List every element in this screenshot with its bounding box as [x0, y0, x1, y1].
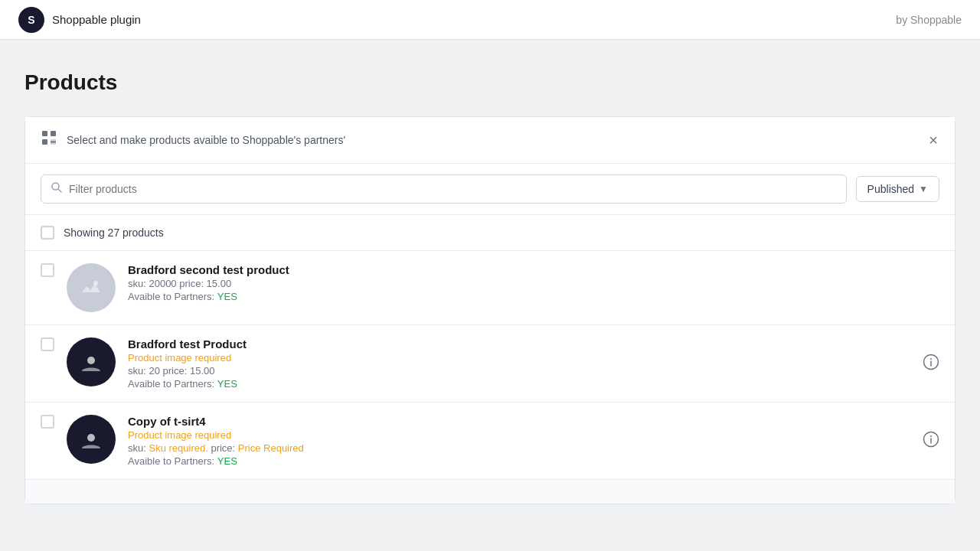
- partners-yes: YES: [217, 378, 237, 390]
- table-row: Copy of t-sirt4 Product image required s…: [25, 403, 955, 479]
- product-info: Copy of t-sirt4 Product image required s…: [128, 415, 939, 467]
- partners-availability: Avaible to Partners: YES: [128, 291, 939, 302]
- banner-text: Select and make products avaible to Shop…: [67, 134, 345, 146]
- svg-rect-1: [51, 131, 56, 136]
- product-sku-price: sku: 20 price: 15.00: [128, 365, 939, 377]
- svg-point-12: [87, 434, 95, 442]
- product-name: Bradford test Product: [128, 337, 939, 350]
- search-icon: [51, 181, 63, 197]
- partners-yes: YES: [217, 455, 237, 467]
- svg-point-7: [93, 281, 98, 285]
- banner-icon: [41, 129, 57, 151]
- showing-row: Showing 27 products: [25, 215, 955, 251]
- product-warning: Product image required: [128, 429, 939, 441]
- products-card: Select and make products avaible to Shop…: [24, 116, 956, 504]
- page-title: Products: [24, 70, 956, 95]
- published-label: Published: [867, 183, 915, 195]
- product-name: Bradford second test product: [128, 263, 939, 276]
- main-content: Products Select and make products avaibl…: [0, 40, 980, 535]
- brand-logo: S: [18, 7, 44, 33]
- svg-point-8: [87, 357, 95, 364]
- published-filter-button[interactable]: Published ▼: [856, 176, 939, 202]
- svg-point-11: [930, 358, 932, 360]
- price-required: Price Required: [238, 442, 304, 454]
- search-box[interactable]: [41, 174, 847, 204]
- brand: S Shoppable plugin: [18, 7, 141, 33]
- banner-left: Select and make products avaible to Shop…: [41, 129, 345, 151]
- product-checkbox[interactable]: [41, 263, 54, 277]
- info-button[interactable]: [923, 431, 939, 451]
- svg-point-15: [930, 435, 932, 437]
- svg-line-6: [58, 189, 61, 192]
- sku-required: Sku required.: [149, 442, 207, 454]
- search-row: Published ▼: [25, 164, 955, 215]
- product-sku-price: sku: Sku required. price: Price Required: [128, 442, 939, 454]
- chevron-down-icon: ▼: [919, 184, 928, 194]
- product-thumbnail: [67, 415, 116, 464]
- product-list: Bradford second test product sku: 20000 …: [25, 251, 955, 479]
- search-input[interactable]: [69, 183, 837, 195]
- product-info: Bradford test Product Product image requ…: [128, 337, 939, 390]
- select-all-checkbox[interactable]: [41, 226, 54, 240]
- brand-name: Shoppable plugin: [52, 13, 141, 26]
- product-warning: Product image required: [128, 352, 939, 364]
- svg-rect-2: [42, 139, 47, 145]
- table-row: Bradford test Product Product image requ…: [25, 325, 955, 403]
- partners-yes: YES: [217, 291, 237, 302]
- showing-count: Showing 27 products: [64, 227, 164, 239]
- product-name: Copy of t-sirt4: [128, 415, 939, 428]
- brand-initial: S: [28, 14, 34, 26]
- topbar: S Shoppable plugin by Shoppable: [0, 0, 980, 40]
- product-checkbox[interactable]: [41, 337, 54, 351]
- banner: Select and make products avaible to Shop…: [25, 117, 955, 164]
- product-sku-price: sku: 20000 price: 15.00: [128, 278, 939, 289]
- svg-rect-0: [42, 131, 47, 136]
- product-thumbnail: [67, 263, 116, 312]
- product-checkbox[interactable]: [41, 415, 54, 429]
- table-row: Bradford second test product sku: 20000 …: [25, 251, 955, 325]
- partners-availability: Avaible to Partners: YES: [128, 455, 939, 467]
- banner-close-button[interactable]: ×: [927, 131, 939, 149]
- partners-availability: Avaible to Partners: YES: [128, 378, 939, 390]
- product-thumbnail: [67, 337, 116, 386]
- info-button[interactable]: [923, 354, 939, 373]
- bottom-bar: [25, 479, 955, 504]
- topbar-byline: by Shoppable: [896, 14, 962, 26]
- product-info: Bradford second test product sku: 20000 …: [128, 263, 939, 302]
